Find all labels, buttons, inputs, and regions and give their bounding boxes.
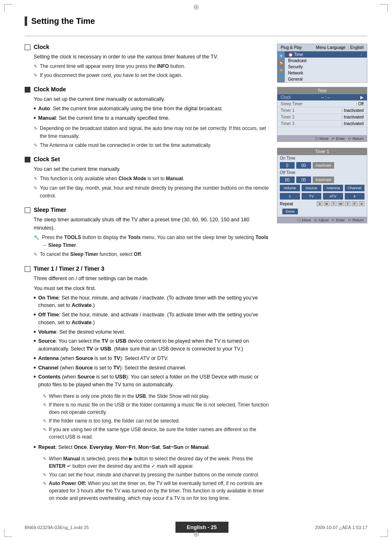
done-button[interactable]: Done (282, 209, 298, 214)
antenna-source-box[interactable]: Antenna (323, 185, 343, 191)
bullet-manual-text: Manual: Set the current time to a manual… (38, 114, 170, 122)
bullet-dot-antenna (34, 357, 36, 359)
bullet-auto: Auto: Set the current time automatically… (34, 105, 269, 113)
sleep-timer-intro: The sleep timer automatically shuts off … (34, 216, 269, 232)
pencil-icon-4: ✎ (34, 142, 37, 149)
pencil-icon-8: ✎ (43, 393, 46, 400)
time-panel-spacer (277, 127, 367, 135)
page: ⊕ Setting the Time Clock Setting the clo… (0, 0, 392, 541)
menu-row-time: ⏰ Time ▶ (285, 51, 367, 58)
tools-icon: 🔧 (34, 234, 39, 241)
bullet-repeat-text: Repeat: Select Once, Everyday, Mon~Fri, … (38, 443, 210, 451)
antenna-value-box[interactable]: ATV (323, 193, 343, 200)
time-row-clock: Clock -- : -- ▶ (277, 94, 367, 101)
general-label: General (288, 77, 303, 81)
off-hour-input[interactable]: 00 (280, 176, 295, 183)
off-time-label: Off Time (280, 170, 295, 175)
sleep-timer-note-tools-text: Press the TOOLS button to display the To… (42, 234, 269, 249)
bullet-off-time: Off Time: Set the hour, minute, and acti… (34, 311, 269, 327)
clock-body: Setting the clock is necessary in order … (34, 53, 269, 79)
volume-source-box[interactable]: Volume (280, 185, 300, 191)
clock-mode-note-1-text: Depending on the broadcast station and s… (40, 125, 269, 140)
volume-value-box[interactable]: 1 (280, 193, 300, 200)
network-icon: 🌐 (279, 74, 284, 79)
bullet-auto-text: Auto: Set the current time automatically… (38, 105, 223, 113)
section-clock-set: Clock Set You can set the current time m… (25, 156, 269, 200)
menu-row-general: General (285, 76, 367, 82)
time-panel-nav: ⬡ Move ↵ Enter ↩ Return (277, 135, 367, 142)
footer-page-num: English - 25 (175, 522, 228, 533)
section-sleep-timer: Sleep Timer The sleep timer automaticall… (25, 207, 269, 259)
bullet-channel: Channel (when Source is set to TV): Sele… (34, 364, 269, 372)
on-min-input[interactable]: 00 (296, 162, 311, 169)
timer-on-time-inputs: 0 00 Inactivate (277, 161, 367, 169)
sleep-timer-header: Sleep Timer (25, 207, 269, 213)
contents-note-2-text: If there is no music file on the USB or … (49, 401, 269, 416)
pencil-icon-14: ✎ (43, 480, 46, 487)
bullet-manual: Manual: Set the current time to a manual… (34, 114, 269, 122)
clock-header: Clock (25, 44, 269, 50)
timer-off-time-label-row: Off Time (277, 169, 367, 176)
off-min-input[interactable]: 00 (296, 176, 311, 183)
sleep-timer-note-cancel: ✎ To cancel the Sleep Timer function, se… (34, 251, 269, 258)
menu-row-network: Network (285, 70, 367, 76)
channel-value-box[interactable]: 4 (345, 193, 365, 200)
clock-mode-header: Clock Mode (25, 86, 269, 93)
bullet-dot-repeat (34, 446, 36, 448)
pencil-icon-6: ✎ (34, 185, 37, 192)
source-value-box[interactable]: TV (302, 193, 322, 200)
timer-off-time-inputs: 00 00 Inactivate (277, 176, 367, 184)
repeat-note-2-text: You can set the hour, minute and channel… (49, 471, 259, 478)
on-inactivate-btn[interactable]: Inactivate (313, 162, 334, 169)
bullet-dot-channel (34, 367, 36, 369)
day-fri[interactable]: F (352, 201, 357, 206)
menu-row-broadcast: Broadcast (285, 58, 367, 64)
clock-mode-checkbox (25, 87, 30, 93)
time-row-timer1: Timer 1 : Inactivated (277, 107, 367, 114)
bullet-volume: Volume: Set the desired volume level. (34, 328, 269, 336)
pencil-icon-13: ✎ (43, 471, 46, 478)
day-mon[interactable]: M (324, 201, 330, 206)
bullet-volume-text: Volume: Set the desired volume level. (38, 328, 125, 336)
pencil-icon-10: ✎ (43, 418, 46, 425)
day-tue[interactable]: T (331, 201, 337, 206)
t-nav-adjust: ⊙ Adjust (314, 218, 328, 222)
title-divider (25, 36, 367, 36)
day-sun[interactable]: S (317, 201, 323, 206)
bullet-dot-volume (34, 331, 36, 333)
timer3-row-label: Timer 3 (281, 121, 295, 126)
clock-note-1: ✎ The current time will appear every tim… (34, 63, 269, 70)
bullet-antenna-text: Antenna (when Source is set to TV): Sele… (38, 355, 168, 362)
day-sat[interactable]: S (359, 201, 364, 206)
bullet-antenna: Antenna (when Source is set to TV): Sele… (34, 355, 269, 362)
pencil-icon-3: ✎ (34, 125, 37, 132)
page-title: Setting the Time (31, 16, 367, 26)
clock-row-arrow: ▶ (360, 95, 364, 100)
footer-file: BN68-02329A-03Eng_1.indd 25 (25, 525, 89, 530)
off-inactivate-btn[interactable]: Inactivate (313, 176, 334, 183)
clock-intro: Setting the clock is necessary in order … (34, 53, 269, 61)
day-wed[interactable]: W (338, 201, 344, 206)
corner-mark-tl (4, 4, 12, 12)
nav-move: ⬡ Move (315, 137, 329, 141)
network-label: Network (288, 71, 303, 75)
arrow-right-time: ▶ (360, 52, 364, 57)
repeat-note-3-text: Auto Power Off: When you set the timer o… (49, 480, 269, 502)
sidebar-panels: Plug & Play Menu Language : English ⚙ 📡 … (277, 44, 367, 510)
t-nav-move: ⬡ Move (297, 218, 311, 222)
bullet-dot (34, 107, 36, 109)
repeat-note-1: ✎ When Manual is selected, press the ▶ b… (43, 455, 269, 470)
repeat-days: S M T W T F S (317, 201, 364, 206)
repeat-sub-notes: ✎ When Manual is selected, press the ▶ b… (43, 455, 269, 503)
contents-sub-notes: ✎ When there is only one photo file in t… (43, 392, 269, 442)
timer1-panel-nav: ⬡ Move ⊙ Adjust ↵ Enter ↩ Return (277, 217, 367, 223)
source-source-box[interactable]: Source (302, 185, 322, 191)
clock-row-value: -- : -- (321, 95, 330, 100)
nav-return: ↩ Return (348, 137, 364, 141)
day-thu[interactable]: T (345, 201, 350, 206)
channel-source-box[interactable]: Channel (345, 185, 365, 191)
on-hour-input[interactable]: 0 (280, 162, 295, 169)
timer1-row-value: : Inactivated (341, 108, 364, 113)
sleep-timer-note-cancel-text: To cancel the Sleep Timer function, sele… (40, 251, 142, 258)
t-nav-enter: ↵ Enter (332, 218, 345, 222)
